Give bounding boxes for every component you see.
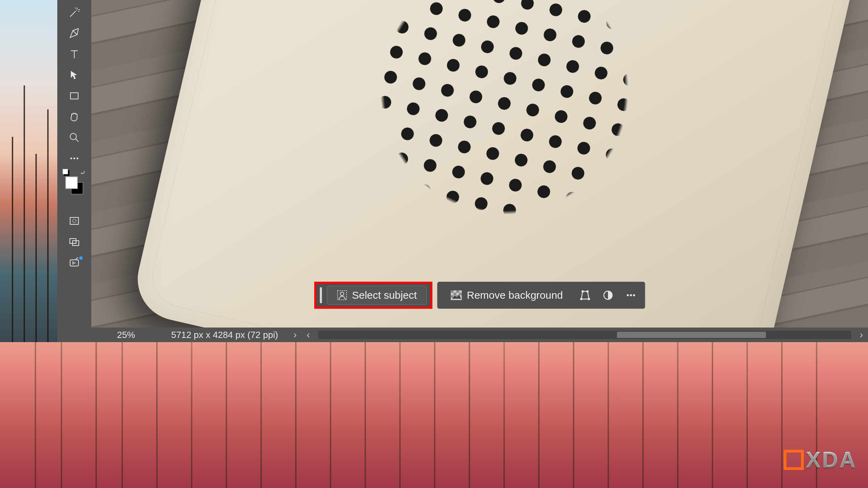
document-dimensions[interactable]: 5712 px x 4284 px (72 ppi) [161,330,289,340]
svg-rect-0 [70,93,78,99]
color-swatch[interactable]: ⤾ [64,175,85,196]
h-scrollbar-thumb[interactable] [617,332,766,338]
svg-rect-14 [456,290,459,293]
status-bar: 25% 5712 px x 4284 px (72 ppi) › ‹ › [91,328,868,342]
foreground-color-swatch[interactable] [65,176,78,189]
document-canvas[interactable]: Select subject Remove background [91,0,868,328]
default-colors-icon[interactable] [62,169,68,174]
hand-tool[interactable] [64,109,85,124]
contextual-bar-right-group: Remove background [437,282,645,309]
tool-panel: ⤾ [57,0,91,342]
adjustment-button[interactable] [598,285,618,306]
quick-mask-tool[interactable] [64,213,85,229]
svg-point-21 [582,291,583,292]
svg-rect-15 [453,293,456,295]
magic-wand-tool[interactable] [64,5,85,20]
svg-point-25 [630,294,632,296]
rectangle-tool[interactable] [64,88,85,104]
transform-button[interactable] [575,285,595,306]
scroll-chevron-left-icon[interactable]: ‹ [302,329,315,340]
svg-point-10 [340,292,344,296]
svg-point-1 [70,133,76,140]
more-options-button[interactable] [620,285,641,306]
path-selection-tool[interactable] [64,67,85,83]
svg-rect-16 [459,293,462,295]
type-tool[interactable] [64,47,85,62]
zoom-tool[interactable] [64,130,85,145]
svg-point-22 [587,291,588,292]
remove-background-label: Remove background [467,289,563,301]
select-subject-label: Select subject [352,289,417,301]
svg-rect-17 [451,295,453,298]
zoom-level[interactable]: 25% [91,330,161,340]
frame-io-tool[interactable] [64,255,85,270]
select-subject-button[interactable]: Select subject [327,286,427,305]
watermark-logo-icon [784,450,804,470]
notification-dot-icon [79,256,83,260]
photo-subject [130,0,868,328]
swap-colors-icon[interactable]: ⤾ [80,169,85,176]
svg-rect-5 [70,217,78,224]
svg-point-19 [581,298,582,300]
watermark-text: XDA [806,447,857,473]
desktop-wallpaper-left-strip [0,0,59,342]
scroll-chevron-right-icon[interactable]: › [855,329,868,340]
contextual-task-bar: Select subject Remove background [314,282,645,309]
canvas-area: Select subject Remove background [91,0,868,342]
h-scrollbar-track[interactable] [318,331,851,339]
svg-point-3 [74,158,75,159]
svg-point-24 [627,294,629,296]
remove-background-button[interactable]: Remove background [441,289,573,301]
screen-mode-tool[interactable] [64,234,85,249]
drag-handle-icon[interactable] [320,287,322,303]
svg-point-4 [77,158,78,159]
pen-tool[interactable] [64,26,85,41]
svg-point-2 [70,158,72,159]
svg-point-20 [588,298,590,300]
info-chevron-right-icon[interactable]: › [289,329,302,340]
edit-toolbar-button[interactable] [64,151,85,166]
svg-rect-13 [451,290,453,293]
watermark: XDA [784,447,857,473]
svg-point-26 [633,294,635,296]
svg-point-6 [73,219,76,223]
photoshop-window: ⤾ [57,0,868,342]
select-subject-highlight: Select subject [314,282,433,309]
